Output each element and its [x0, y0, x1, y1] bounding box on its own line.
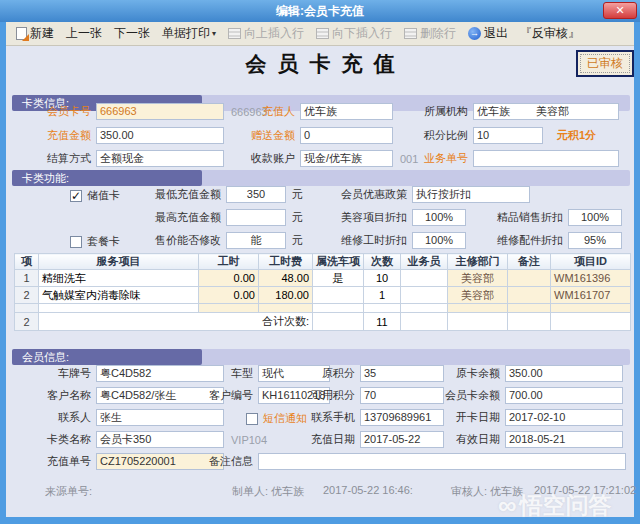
cell-project-id[interactable]: WM161396 [551, 270, 631, 287]
max-recharge-unit: 元 [286, 210, 303, 225]
delete-row-button[interactable]: 删除行 [398, 23, 462, 44]
cell-carwash[interactable] [313, 304, 364, 313]
orig-points-label: 原积分 [276, 366, 360, 381]
cell-hours[interactable]: 0.00 [199, 270, 259, 287]
toolbar: 新建 上一张 下一张 单据打印 ▾ 向上插入行 向下插入行 删除行 → 退出 [6, 22, 634, 46]
cell-service[interactable] [39, 304, 199, 313]
cell-hours[interactable]: 0.00 [199, 287, 259, 304]
sms-notify-checkbox[interactable] [246, 413, 258, 425]
policy-label: 会员优惠政策 [322, 187, 412, 202]
min-recharge-unit: 元 [286, 187, 303, 202]
receive-account-label: 收款账户 [214, 151, 300, 166]
recharger-label: 充值人 [214, 104, 300, 119]
customer-no-label: 客户编号 [180, 388, 258, 403]
cell-times[interactable]: 10 [364, 270, 401, 287]
close-button[interactable]: ✕ [603, 2, 637, 19]
table-header-row: 项 服务项目 工时 工时费 属洗车项 次数 业务员 主修部门 备注 项目ID [15, 254, 631, 270]
min-recharge-input[interactable]: 350 [226, 186, 286, 203]
insert-row-below-button[interactable]: 向下插入行 [310, 23, 398, 44]
gift-amount-input[interactable]: 0 [300, 127, 393, 144]
policy-input[interactable]: 执行按折扣 [412, 186, 530, 203]
open-date-label: 开卡日期 [421, 410, 505, 425]
beauty-discount-input[interactable]: 100% [412, 209, 466, 226]
audit-status-button[interactable]: 已审核 [576, 50, 634, 77]
cell-carwash[interactable] [313, 287, 364, 304]
cell-remark[interactable] [508, 270, 551, 287]
organization-dept-value: 美容部 [536, 104, 569, 119]
footer-spacer [508, 313, 551, 331]
recharger-input[interactable]: 优车族 [300, 103, 393, 120]
cell-service[interactable]: 精细洗车 [39, 270, 199, 287]
cell-service[interactable]: 气触媒室内消毒除味 [39, 287, 199, 304]
cell-labor-fee[interactable] [259, 304, 313, 313]
cell-remark[interactable] [508, 287, 551, 304]
organization-value: 优车族 [477, 104, 510, 119]
labor-discount-label: 维修工时折扣 [322, 233, 412, 248]
footer-row-count: 2 [15, 313, 39, 331]
cell-times[interactable] [364, 304, 401, 313]
recharge-amount-input[interactable]: 350.00 [96, 127, 224, 144]
business-no-label: 业务单号 [385, 151, 473, 166]
unaudit-button[interactable]: 『反审核』 [514, 23, 586, 44]
create-time-text: 2017-05-22 16:46: [323, 484, 413, 496]
cell-carwash[interactable]: 是 [313, 270, 364, 287]
watermark-text: 悟空问答 [520, 490, 612, 521]
next-record-button[interactable]: 下一张 [108, 23, 156, 44]
cell-remark[interactable] [508, 304, 551, 313]
col-header-labor-fee: 工时费 [259, 254, 313, 270]
package-card-checkbox[interactable] [70, 236, 82, 248]
insert-row-above-button[interactable]: 向上插入行 [222, 23, 310, 44]
cell-dept[interactable]: 美容部 [448, 270, 508, 287]
cell-labor-fee[interactable]: 180.00 [259, 287, 313, 304]
cell-dept[interactable]: 美容部 [448, 287, 508, 304]
delete-row-icon [404, 28, 417, 39]
settlement-input[interactable]: 全额现金 [96, 150, 224, 167]
app-window: 编辑:会员卡充值 ✕ 新建 上一张 下一张 单据打印 ▾ 向上插入行 向下插入行 [0, 0, 640, 524]
stored-card-checkbox[interactable]: ✓ [70, 190, 82, 202]
footer-total-value: 11 [364, 313, 401, 331]
receive-account-input[interactable]: 现金/优车族 [300, 150, 393, 167]
parts-discount-input[interactable]: 95% [568, 232, 622, 249]
cell-salesman[interactable] [401, 287, 448, 304]
business-no-input[interactable] [473, 150, 619, 167]
card-balance-input[interactable]: 700.00 [505, 387, 623, 404]
next-record-label: 下一张 [114, 25, 150, 42]
max-recharge-label: 最高充值金额 [140, 210, 226, 225]
col-header-service: 服务项目 [39, 254, 199, 270]
remark-label: 备注信息 [180, 454, 258, 469]
customer-name-label: 客户名称 [14, 388, 96, 403]
open-date-input[interactable]: 2017-02-10 [505, 409, 623, 426]
valid-date-input[interactable]: 2018-05-21 [505, 431, 623, 448]
cell-dept[interactable] [448, 304, 508, 313]
labor-discount-input[interactable]: 100% [412, 232, 466, 249]
max-recharge-input[interactable] [226, 209, 286, 226]
recharge-amount-label: 充值金额 [14, 128, 96, 143]
col-header-dept: 主修部门 [448, 254, 508, 270]
orig-balance-input[interactable]: 350.00 [505, 365, 623, 382]
cell-labor-fee[interactable]: 48.00 [259, 270, 313, 287]
member-card-no-input[interactable]: 666963 [96, 103, 224, 120]
exit-button[interactable]: → 退出 [462, 23, 514, 44]
cell-times[interactable]: 1 [364, 287, 401, 304]
print-button[interactable]: 单据打印 ▾ [156, 23, 222, 44]
cell-index: 2 [15, 287, 39, 304]
cell-salesman[interactable] [401, 270, 448, 287]
price-modifiable-input[interactable]: 能 [226, 232, 286, 249]
col-header-salesman: 业务员 [401, 254, 448, 270]
organization-label: 所属机构 [385, 104, 473, 119]
card-type-input[interactable]: 会员卡350 [96, 431, 224, 448]
organization-input[interactable]: 优车族 美容部 [473, 103, 619, 120]
cell-hours[interactable] [199, 304, 259, 313]
contact-input[interactable]: 张生 [96, 409, 224, 426]
points-ratio-input[interactable]: 10 [473, 127, 543, 144]
boutique-discount-input[interactable]: 100% [568, 209, 622, 226]
settlement-label: 结算方式 [14, 151, 96, 166]
cell-project-id[interactable]: WM161707 [551, 287, 631, 304]
prev-record-button[interactable]: 上一张 [60, 23, 108, 44]
remark-input[interactable] [258, 453, 626, 470]
insert-row-above-icon [228, 28, 241, 39]
new-button[interactable]: 新建 [10, 23, 60, 44]
cell-project-id[interactable] [551, 304, 631, 313]
cell-salesman[interactable] [401, 304, 448, 313]
gift-amount-label: 赠送金额 [214, 128, 300, 143]
